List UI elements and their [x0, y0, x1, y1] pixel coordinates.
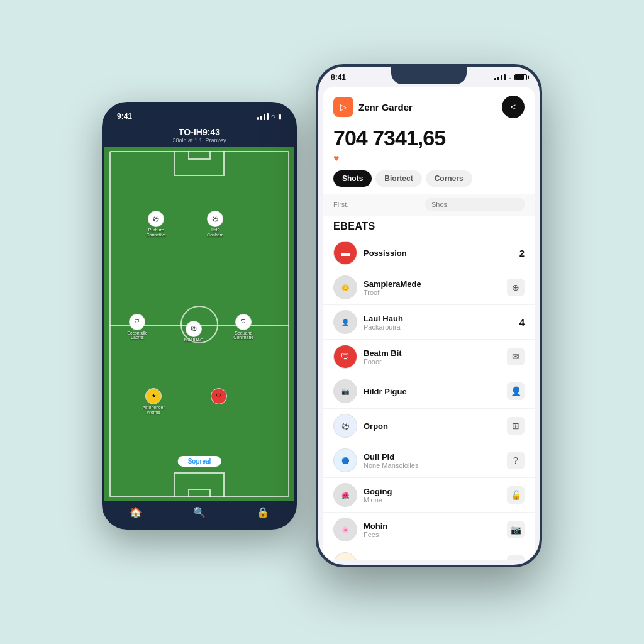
player-icon: ⚽ IInKConham [207, 211, 223, 237]
list-item[interactable]: 👤 Laul Hauh Packarouira 4 [323, 305, 535, 340]
goal-banner: Sopreal [178, 456, 221, 467]
back-status-time: 9:41 [117, 112, 132, 121]
filter-input[interactable] [425, 198, 525, 211]
item-text: Conmuies [364, 560, 501, 560]
tab-corners[interactable]: Corners [426, 170, 472, 187]
field-header-sub: 30old at 1 1. Pranvey [111, 137, 288, 143]
player-badge: ⚽ [186, 321, 202, 337]
home-icon[interactable]: 🏠 [130, 506, 142, 518]
player-icon: ⚽ MAHUAC [184, 321, 203, 343]
item-text: Orpon [364, 421, 501, 431]
item-text: Laul Hauh Packarouira [364, 314, 513, 331]
app-header: ▷ Zenr Garder < [323, 87, 535, 123]
player-label: IInKConham [207, 228, 223, 237]
back-nav-bar: 🏠 🔍 🔒 [104, 501, 294, 527]
score-section: 704 7341,65 ♥ [323, 123, 535, 170]
item-text: Beatm Bit Fooor [364, 348, 501, 365]
app-logo: ▷ [333, 97, 353, 117]
player-icon: ★ AstonencerWomle [142, 388, 164, 414]
battery-icon [514, 74, 527, 80]
list-area[interactable]: ▬ Possission 2 😊 SampleraMede Troof [323, 236, 535, 560]
item-avatar: 🔵 [333, 448, 357, 472]
front-status-icons: ◦ [494, 74, 527, 81]
item-avatar: 🌺 [333, 483, 357, 507]
player-label: AstonencerWomle [142, 405, 164, 414]
player-label: SoquandConimahe [233, 331, 253, 340]
item-icon: 👤 [507, 382, 525, 400]
item-avatar: 📷 [333, 379, 357, 403]
list-item[interactable]: ▬ Possission 2 [323, 236, 535, 270]
list-item[interactable]: ⭐ Conmuies ↗ [323, 547, 535, 560]
list-item[interactable]: 🌺 Goging Mlone 🔓 [323, 478, 535, 513]
item-icon: ? [507, 452, 525, 469]
item-value: 2 [519, 248, 525, 258]
item-value: 4 [519, 317, 525, 328]
phone-back: 9:41 ○ ▮ TO-IH9:43 30old at 1 1. Pranvey [102, 102, 297, 530]
goal-top [188, 151, 211, 160]
wifi-icon: ◦ [509, 74, 511, 81]
filter-label: First. [333, 201, 348, 208]
player-badge: ★ [145, 388, 162, 404]
field-header-title: TO-IH9:43 [111, 127, 288, 137]
phone-front: 8:41 ◦ [316, 64, 542, 567]
signal-bars [494, 74, 506, 80]
list-item[interactable]: 🛡 Beatm Bit Fooor ✉ [323, 340, 535, 374]
field-header: TO-IH9:43 30old at 1 1. Pranvey [104, 123, 294, 147]
score-value: 704 7341,65 [333, 126, 525, 150]
item-avatar: 🛡 [333, 345, 357, 369]
item-icon: ⊕ [507, 279, 525, 296]
lock-icon[interactable]: 🔒 [257, 506, 269, 518]
item-sub: None Mansololies [364, 462, 501, 469]
item-text: Mohin Fees [364, 521, 501, 538]
list-item[interactable]: ⚽ Orpon ⊞ [323, 409, 535, 443]
item-name: Conmuies [364, 560, 501, 560]
heart-icon: ♥ [333, 153, 340, 164]
list-item[interactable]: 🌸 Mohin Fees 📷 [323, 513, 535, 547]
front-content: ▷ Zenr Garder < 704 7341,65 ♥ Shots Bior… [323, 87, 535, 560]
search-icon[interactable]: 🔍 [193, 506, 206, 518]
phone-container: 9:41 ○ ▮ TO-IH9:43 30old at 1 1. Pranvey [102, 64, 542, 580]
back-phone-notch [168, 104, 231, 118]
list-item[interactable]: 😊 SampleraMede Troof ⊕ [323, 270, 535, 305]
item-avatar: 😊 [333, 275, 357, 299]
item-text: Hildr Pigue [364, 387, 501, 396]
field-area: ⚽ PurhureConnetive ⚽ IInKConham 🛡 Eccont… [104, 147, 294, 501]
front-status-time: 8:41 [331, 73, 346, 82]
item-name: Laul Hauh [364, 314, 513, 323]
section-title: EBEATS [333, 221, 375, 231]
player-icon: 🛡 EccontulleLacrits [127, 314, 147, 340]
tab-shots[interactable]: Shots [333, 170, 372, 187]
goal-bottom [188, 489, 211, 497]
item-avatar: 🌸 [333, 518, 357, 541]
list-item[interactable]: 📷 Hildr Pigue 👤 [323, 374, 535, 409]
player-icon: ⚽ PurhureConnetive [146, 211, 166, 237]
item-icon: 🔓 [507, 486, 525, 504]
item-icon: ✉ [507, 348, 525, 365]
item-name: Ouil Pld [364, 452, 501, 462]
tabs-row: Shots Biortect Corners [323, 170, 535, 194]
player-badge: ⚽ [207, 211, 223, 227]
item-avatar: 👤 [333, 310, 357, 334]
item-name: Mohin [364, 521, 501, 531]
item-sub: Fooor [364, 358, 501, 365]
filter-row: First. [323, 194, 535, 216]
player-label: MAHUAC [184, 338, 203, 343]
player-icon: 🛡 [211, 388, 227, 405]
item-name: Hildr Pigue [364, 387, 501, 396]
player-label: EccontulleLacrits [127, 331, 147, 340]
item-sub: Fees [364, 531, 501, 538]
item-avatar: ⚽ [333, 414, 357, 438]
item-sub: Mlone [364, 496, 501, 504]
item-sub: Packarouira [364, 323, 513, 331]
app-logo-icon: ▷ [340, 102, 347, 112]
item-name: Goging [364, 487, 501, 496]
item-text: SampleraMede Troof [364, 279, 501, 296]
player-badge: 🛡 [129, 314, 145, 330]
list-item[interactable]: 🔵 Ouil Pld None Mansololies ? [323, 443, 535, 478]
item-avatar: ▬ [333, 241, 357, 265]
back-button[interactable]: < [502, 96, 525, 118]
player-badge: 🛡 [211, 388, 227, 404]
front-phone-notch [391, 67, 467, 84]
tab-biortect[interactable]: Biortect [375, 170, 421, 187]
item-text: Possission [364, 248, 513, 258]
